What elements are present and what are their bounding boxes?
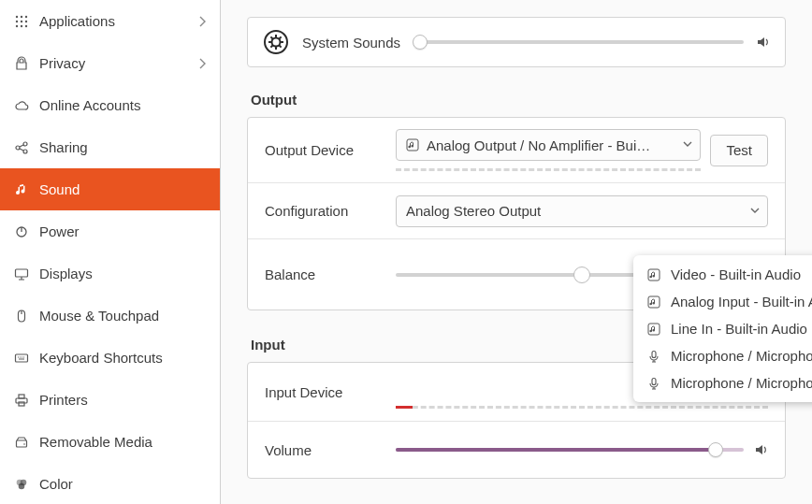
output-section-title: Output: [251, 92, 786, 108]
dropdown-option-mic1[interactable]: Microphone / Microphone 1 - Built-in Aud…: [633, 369, 812, 396]
audio-icon: [406, 138, 419, 151]
system-sounds-slider[interactable]: [413, 35, 770, 50]
configuration-row: Configuration Analog Stereo Output: [248, 183, 785, 239]
sidebar-item-label: Applications: [39, 13, 197, 29]
chevron-right-icon: [197, 16, 207, 27]
config-combo[interactable]: Analog Stereo Output: [396, 195, 768, 227]
svg-point-8: [25, 24, 27, 26]
power-icon: [13, 223, 30, 240]
sidebar-item-applications[interactable]: Applications: [0, 0, 220, 42]
svg-point-26: [272, 38, 281, 47]
sidebar-item-label: Privacy: [39, 55, 197, 71]
input-volume-slider[interactable]: [396, 442, 768, 457]
output-device-label: Output Device: [265, 142, 384, 158]
dropdown-option-label: Analog Input - Built-in Audio: [671, 294, 812, 310]
settings-window: Applications Privacy Online Accounts Sha…: [0, 0, 812, 504]
config-selected: Analog Stereo Output: [406, 203, 743, 219]
sidebar: Applications Privacy Online Accounts Sha…: [0, 0, 221, 504]
output-device-selected: Analog Output / No Amplifier - Bui…: [427, 137, 675, 153]
svg-point-5: [25, 20, 27, 22]
sidebar-item-label: Color: [39, 476, 207, 492]
dropdown-option-video[interactable]: Video - Built-in Audio: [633, 261, 812, 288]
svg-point-2: [25, 15, 27, 17]
sidebar-item-printers[interactable]: Printers: [0, 379, 220, 421]
main-pane: System Sounds Output Output Device Analo…: [221, 0, 812, 504]
svg-point-25: [265, 31, 287, 53]
sidebar-item-sound[interactable]: Sound: [0, 168, 220, 210]
svg-point-4: [21, 20, 22, 22]
keyboard-icon: [13, 350, 30, 367]
sidebar-item-label: Online Accounts: [39, 97, 207, 113]
sidebar-item-displays[interactable]: Displays: [0, 252, 220, 295]
dropdown-option-line-in[interactable]: Line In - Built-in Audio: [633, 315, 812, 342]
svg-point-3: [16, 20, 18, 22]
input-volume-label: Volume: [265, 442, 384, 458]
disk-icon: [13, 434, 30, 451]
svg-point-7: [21, 24, 22, 26]
svg-point-1: [21, 15, 22, 17]
chevron-down-icon: [683, 141, 692, 149]
svg-point-21: [23, 443, 25, 445]
config-label: Configuration: [265, 203, 384, 219]
system-sounds-panel: System Sounds: [247, 17, 786, 67]
svg-point-9: [16, 146, 20, 150]
output-level-meter: [396, 168, 701, 171]
sidebar-item-privacy[interactable]: Privacy: [0, 42, 220, 84]
svg-point-10: [23, 142, 27, 146]
sidebar-item-label: Printers: [39, 392, 207, 408]
svg-rect-13: [16, 269, 28, 277]
printer-icon: [13, 392, 30, 409]
dropdown-option-label: Microphone / Microphone 1 - Built-in Aud…: [671, 375, 812, 391]
grid-icon: [13, 13, 30, 30]
sidebar-item-mouse[interactable]: Mouse & Touchpad: [0, 295, 220, 337]
sidebar-item-label: Removable Media: [39, 434, 207, 450]
svg-point-11: [23, 150, 27, 153]
output-device-combo[interactable]: Analog Output / No Amplifier - Bui…: [396, 129, 701, 161]
sidebar-item-label: Sharing: [39, 139, 207, 155]
mouse-icon: [13, 308, 30, 324]
dropdown-option-label: Microphone / Microphone 2 - Built-in Aud…: [671, 348, 812, 364]
sidebar-item-power[interactable]: Power: [0, 210, 220, 252]
test-button[interactable]: Test: [710, 135, 768, 166]
sidebar-item-removable[interactable]: Removable Media: [0, 421, 220, 463]
microphone-icon: [646, 376, 661, 391]
dropdown-option-label: Line In - Built-in Audio: [671, 321, 807, 337]
volume-icon: [753, 442, 768, 457]
sidebar-item-label: Sound: [39, 181, 207, 197]
audio-icon: [646, 295, 661, 310]
audio-icon: [646, 267, 661, 282]
sidebar-item-keyboard[interactable]: Keyboard Shortcuts: [0, 337, 220, 379]
input-level-meter: [396, 406, 768, 410]
sidebar-item-label: Mouse & Touchpad: [39, 308, 207, 324]
svg-rect-39: [652, 351, 656, 357]
svg-rect-20: [17, 440, 27, 447]
system-sounds-icon: [263, 29, 289, 55]
input-volume-row: Volume: [248, 422, 785, 478]
color-icon: [13, 476, 30, 493]
dropdown-option-mic2[interactable]: Microphone / Microphone 2 - Built-in Aud…: [633, 342, 812, 369]
cloud-icon: [13, 97, 30, 114]
svg-rect-18: [19, 395, 24, 398]
svg-rect-40: [652, 378, 656, 384]
svg-point-6: [16, 24, 18, 26]
svg-line-32: [280, 36, 282, 38]
sidebar-item-color[interactable]: Color: [0, 463, 220, 504]
system-sounds-label: System Sounds: [302, 35, 400, 50]
sidebar-item-label: Keyboard Shortcuts: [39, 350, 207, 366]
sidebar-item-sharing[interactable]: Sharing: [0, 126, 220, 168]
balance-label: Balance: [265, 266, 384, 282]
svg-line-34: [280, 46, 282, 48]
input-device-label: Input Device: [265, 384, 384, 400]
dropdown-option-analog-input[interactable]: Analog Input - Built-in Audio: [633, 288, 812, 315]
share-icon: [13, 139, 30, 156]
svg-point-24: [19, 482, 25, 489]
output-device-row: Output Device Analog Output / No Amplifi…: [248, 118, 785, 183]
music-icon: [13, 181, 30, 198]
sidebar-item-online-accounts[interactable]: Online Accounts: [0, 84, 220, 126]
chevron-right-icon: [197, 58, 207, 69]
sidebar-item-label: Power: [39, 223, 207, 239]
svg-line-33: [270, 46, 272, 48]
svg-point-0: [16, 15, 18, 17]
display-icon: [13, 266, 30, 282]
volume-icon: [755, 35, 770, 50]
